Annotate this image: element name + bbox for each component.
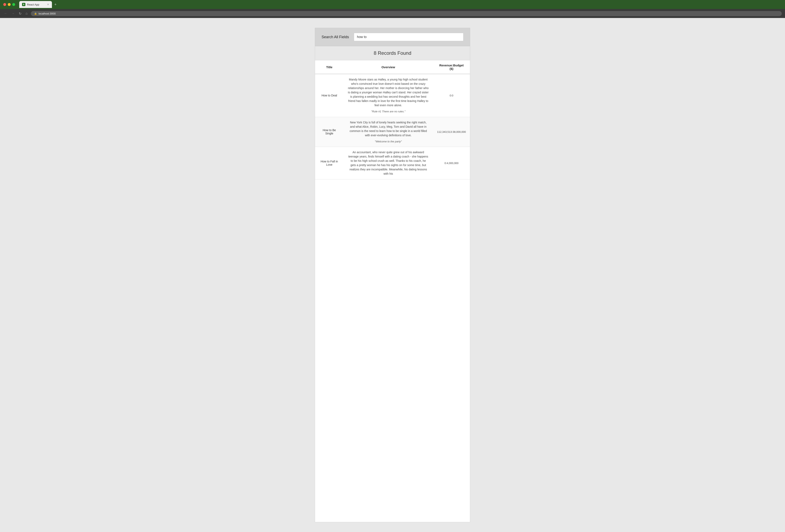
- table-header-row: Title Overview Revenue:Budget ($): [315, 60, 470, 74]
- address-bar[interactable]: 🔒 localhost:3000: [31, 11, 782, 16]
- row-overview: New York City is full of lonely hearts s…: [344, 117, 433, 147]
- table-row: How to Be SingleNew York City is full of…: [315, 117, 470, 147]
- main-container: Search All Fields 8 Records Found Title …: [315, 28, 470, 522]
- row-tagline: "Rule #1 There are no rules.": [348, 109, 429, 114]
- traffic-lights: [3, 3, 15, 6]
- tab-close-icon[interactable]: ✕: [47, 3, 49, 6]
- tab-favicon: R: [22, 3, 25, 6]
- close-button[interactable]: [3, 3, 6, 6]
- new-tab-button[interactable]: +: [53, 2, 58, 7]
- url-text: localhost:3000: [39, 12, 56, 15]
- row-revenue-budget: 0:0: [433, 74, 470, 117]
- minimize-button[interactable]: [8, 3, 10, 6]
- row-title: How to Fall in Love: [315, 147, 344, 179]
- row-title: How to Deal: [315, 74, 344, 117]
- row-tagline: "Welcome to the party": [348, 139, 429, 143]
- column-header-revenue: Revenue:Budget ($): [433, 60, 470, 74]
- browser-titlebar: R React App ✕ +: [0, 0, 785, 9]
- forward-button[interactable]: →: [10, 11, 16, 16]
- column-header-title: Title: [315, 60, 344, 74]
- results-count: 8 Records Found: [319, 50, 466, 56]
- home-button[interactable]: ⌂: [25, 11, 28, 16]
- back-button[interactable]: ←: [3, 11, 8, 16]
- maximize-button[interactable]: [12, 3, 15, 6]
- reload-button[interactable]: ↻: [18, 11, 22, 16]
- browser-tab-react[interactable]: R React App ✕: [19, 1, 52, 8]
- browser-toolbar: ← → ↻ ⌂ 🔒 localhost:3000: [0, 9, 785, 18]
- results-header: 8 Records Found: [315, 46, 470, 60]
- table-row: How to Fall in LoveAn accountant, who ne…: [315, 147, 470, 179]
- row-title: How to Be Single: [315, 117, 344, 147]
- tab-title: React App: [27, 3, 39, 6]
- page-content: Search All Fields 8 Records Found Title …: [0, 18, 785, 532]
- tab-bar: R React App ✕ +: [19, 1, 58, 8]
- search-input[interactable]: [354, 33, 463, 41]
- column-header-overview: Overview: [344, 60, 433, 74]
- row-overview: An accountant, who never quite grew out …: [344, 147, 433, 179]
- row-overview: Mandy Moore stars as Halley, a young hip…: [344, 74, 433, 117]
- search-section: Search All Fields: [315, 28, 470, 46]
- lock-icon: 🔒: [34, 12, 37, 15]
- row-revenue-budget: 0:4,000,000: [433, 147, 470, 179]
- results-table: Title Overview Revenue:Budget ($) How to…: [315, 60, 470, 179]
- browser-chrome: R React App ✕ + ← → ↻ ⌂ 🔒 localhost:3000: [0, 0, 785, 18]
- table-row: How to DealMandy Moore stars as Halley, …: [315, 74, 470, 117]
- search-label: Search All Fields: [322, 35, 349, 39]
- row-revenue-budget: 112,343,513:38,000,000: [433, 117, 470, 147]
